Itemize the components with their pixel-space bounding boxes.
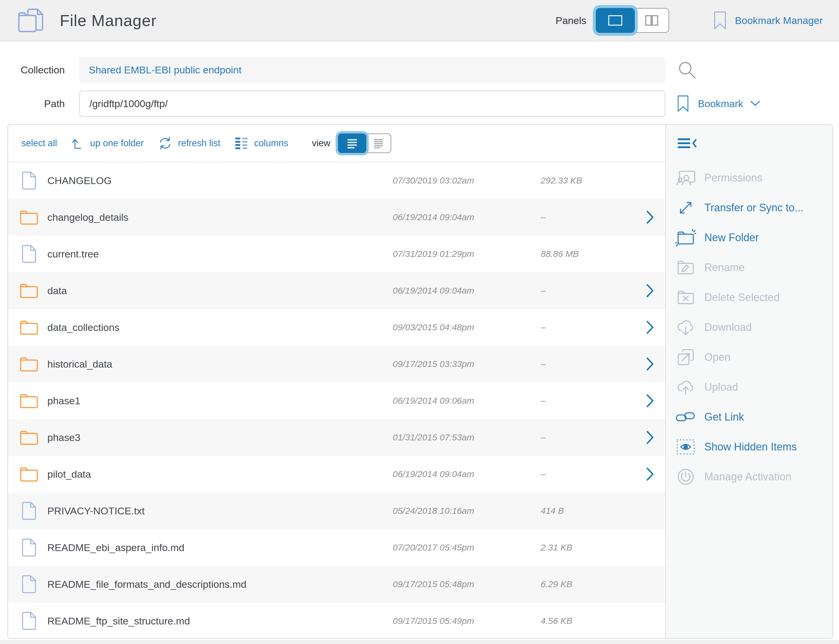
rename-icon [675, 259, 697, 276]
dual-panel-button[interactable] [630, 8, 669, 33]
new-folder-icon [675, 229, 697, 246]
file-modified-date: 09/03/2015 04:48pm [393, 322, 474, 332]
file-icon [18, 538, 39, 557]
panels-toggle [596, 8, 669, 33]
file-size: – [541, 212, 546, 222]
file-row[interactable]: README_ftp_site_structure.md 09/17/2015 … [8, 603, 665, 639]
sidebar-item-download: Download [666, 312, 832, 342]
single-panel-button[interactable] [596, 8, 635, 33]
up-one-folder-button[interactable]: up one folder [71, 136, 144, 150]
file-row[interactable]: README_file_formats_and_descriptions.md … [8, 566, 665, 603]
columns-icon [234, 136, 249, 150]
file-row[interactable]: README_ebi_aspera_info.md 07/20/2017 05:… [8, 529, 665, 566]
file-size: 4.56 KB [541, 616, 572, 626]
sidebar-item-show-hidden[interactable]: Show Hidden Items [666, 432, 832, 462]
file-row[interactable]: current.tree 07/31/2019 01:29pm 88.86 MB [8, 236, 665, 272]
sidebar-item-transfer[interactable]: Transfer or Sync to... [666, 193, 832, 223]
open-icon [675, 348, 697, 366]
file-name: PRIVACY-NOTICE.txt [48, 505, 145, 517]
columns-button[interactable]: columns [234, 136, 288, 150]
file-name: data [48, 285, 67, 297]
sidebar-item-label: Show Hidden Items [704, 441, 797, 453]
file-modified-date: 07/20/2017 05:45pm [393, 542, 474, 552]
path-input[interactable] [79, 90, 665, 117]
folder-icon [18, 319, 39, 336]
file-icon [18, 245, 39, 263]
file-row[interactable]: CHANGELOG 07/30/2019 03:02am 292.33 KB [8, 162, 665, 199]
file-size: – [541, 322, 546, 332]
sidebar-item-new-folder[interactable]: New Folder [666, 223, 832, 253]
file-panel: select all up one folder [8, 125, 665, 638]
bookmark-manager-link[interactable]: Bookmark Manager [714, 11, 823, 30]
bookmark-label: Bookmark [698, 98, 743, 110]
get-link-icon [675, 411, 697, 423]
file-modified-date: 06/19/2014 09:06am [393, 396, 474, 406]
file-size: – [541, 396, 546, 406]
file-icon [18, 575, 39, 594]
sidebar-item-label: Manage Activation [704, 471, 791, 483]
sidebar-item-label: Permissions [704, 172, 762, 184]
file-size: – [541, 432, 546, 442]
file-row[interactable]: phase3 01/31/2015 07:53am – [8, 419, 665, 456]
refresh-icon [158, 136, 173, 150]
file-row[interactable]: changelog_details 06/19/2014 09:04am – [8, 199, 665, 236]
file-modified-date: 09/17/2015 03:33pm [393, 359, 474, 369]
page-bottom-strip [0, 640, 839, 644]
file-name: data_collections [48, 322, 120, 333]
file-row[interactable]: phase1 06/19/2014 09:06am – [8, 383, 665, 419]
file-name: README_file_formats_and_descriptions.md [48, 578, 246, 590]
list-view-button[interactable] [338, 133, 366, 153]
sidebar-item-label: Get Link [704, 411, 744, 423]
file-row[interactable]: data 06/19/2014 09:04am – [8, 272, 665, 309]
file-modified-date: 05/24/2018 10:16am [393, 506, 474, 516]
compact-view-button[interactable] [363, 133, 391, 153]
file-modified-date: 09/17/2015 05:49pm [393, 616, 474, 626]
chevron-down-icon [750, 100, 761, 107]
up-one-folder-label: up one folder [90, 138, 144, 149]
file-row[interactable]: data_collections 09/03/2015 04:48pm – [8, 309, 665, 346]
file-size: – [541, 286, 546, 296]
file-icon [18, 501, 39, 520]
sidebar-item-label: New Folder [704, 232, 759, 244]
chevron-right-icon[interactable] [646, 430, 655, 445]
file-size: 414 B [541, 506, 564, 516]
bookmark-icon [714, 11, 727, 30]
refresh-list-button[interactable]: refresh list [158, 136, 220, 150]
file-row[interactable]: PRIVACY-NOTICE.txt 05/24/2018 10:16am 41… [8, 493, 665, 529]
download-icon [675, 319, 697, 336]
refresh-list-label: refresh list [178, 138, 220, 149]
chevron-right-icon[interactable] [646, 467, 655, 481]
sidebar-item-open: Open [666, 342, 832, 372]
folder-icon [18, 466, 39, 482]
search-icon[interactable] [677, 60, 697, 80]
page-title: File Manager [60, 11, 156, 30]
chevron-right-icon[interactable] [646, 394, 655, 408]
file-name: historical_data [48, 358, 112, 370]
select-all-button[interactable]: select all [21, 138, 57, 149]
file-row[interactable]: pilot_data 06/19/2014 09:04am – [8, 456, 665, 493]
app-header: File Manager Panels [0, 0, 839, 41]
path-label: Path [7, 98, 65, 110]
file-size: – [541, 359, 546, 369]
file-size: – [541, 469, 546, 479]
sidebar-item-label: Delete Selected [704, 291, 780, 304]
bookmark-dropdown[interactable]: Bookmark [677, 95, 761, 112]
manage-activation-icon [675, 468, 697, 486]
chevron-right-icon[interactable] [646, 284, 655, 298]
chevron-right-icon[interactable] [646, 210, 655, 224]
file-row[interactable]: historical_data 09/17/2015 03:33pm – [8, 346, 665, 383]
file-icon [18, 171, 39, 190]
sidebar-item-manage-activation: Manage Activation [666, 462, 832, 491]
actions-sidebar: Permissions Transfer or Sync to... [665, 125, 832, 638]
collapse-sidebar-icon[interactable] [678, 138, 697, 149]
collection-input[interactable] [79, 57, 665, 83]
file-size: 2.31 KB [541, 542, 572, 552]
file-modified-date: 06/19/2014 09:04am [393, 212, 474, 222]
bookmark-manager-label: Bookmark Manager [735, 15, 823, 26]
file-modified-date: 06/19/2014 09:04am [393, 286, 474, 296]
file-modified-date: 09/17/2015 05:48pm [393, 579, 474, 589]
sidebar-item-get-link[interactable]: Get Link [666, 402, 832, 432]
endpoint-fields: Collection Path Bookmark [0, 57, 839, 117]
chevron-right-icon[interactable] [646, 357, 655, 371]
chevron-right-icon[interactable] [646, 320, 655, 334]
